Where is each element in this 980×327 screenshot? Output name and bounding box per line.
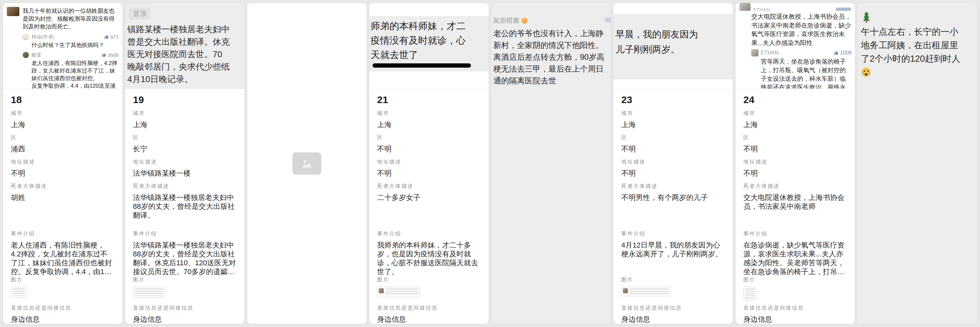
comment-text: 苦等两天，坐在急诊角落的椅子上，打吊瓶、吸氧气（被封控的子女设法送去的，杯水车薪… [761,57,852,89]
record-fields: 19 城市 上海 区 长宁 地址描述 法华镇路某楼一楼 死者大体描述 法华镇路某… [125,89,245,324]
field-label: 直接信息还是间接信息 [11,305,115,311]
comment-text: 我几十年前就认识的一位胡姓朋友也是因为封控、核酸检测等原因没有得到及时救治而死亡… [23,7,118,30]
commenter-name: ETHAN [761,50,831,56]
post-header-cutoff: ETHAN [740,3,852,11]
reply-comment: ETHAN 1008 苦等两天，坐在急诊角落的椅子上，打吊瓶、吸氧气（被封控的子… [751,49,852,89]
field-deceased: 死者大体描述 二十多岁女子 [377,183,481,230]
field-label: 地址描述 [743,159,847,166]
card-cover-image[interactable]: 早晨，我的朋友因为 儿子刚刚两岁。 [613,3,733,89]
field-value: 不明 [377,169,481,178]
field-deceased: 死者大体描述 胡姓 [11,183,115,230]
record-number: 24 [743,94,847,105]
field-label: 死者大体描述 [377,183,481,190]
poster-name: 鼠甜橙酱 [493,16,611,25]
field-address: 地址描述 不明 [743,159,847,183]
card-cover-image[interactable]: 我几十年前就认识的一位胡姓朋友也是因为封控、核酸检测等原因没有得到及时救治而死亡… [3,3,123,89]
field-label: 图片 [743,276,847,283]
record-fields: 21 城市 上海 区 不明 地址描述 不明 死者大体描述 二十多岁女子 事件介绍… [369,89,489,324]
field-label: 图片 [133,276,237,283]
post-text-band: 师弟的本科师妹，才二 疫情没有及时就诊，心 天就去世了 [369,16,489,72]
like-count-value: 3506 [108,52,118,58]
field-image: 图片 [377,276,481,305]
record-fields: 25 城市 上海 区 长宁 地址描述 不明 死者大体描述 50岁的外地务工阿姨 … [858,324,977,324]
field-label: 图片 [11,276,115,283]
field-value: 身边信息 [743,315,847,324]
like-count-value: 1008 [840,50,852,56]
card-cover-image[interactable] [247,3,367,324]
card-cover-image[interactable]: 师弟的本科师妹，才二 疫情没有及时就诊，心 天就去世了 [369,3,489,89]
record-card-23[interactable]: 早晨，我的朋友因为 儿子刚刚两岁。 23 城市 上海 区 不明 地址描述 不明 … [613,3,733,324]
attachment-thumbnail[interactable] [621,287,670,297]
field-event: 事件介绍 我师弟的本科师妹，才二十多岁，也是因为疫情没有及时就诊，心脏不舒服送医… [377,230,481,276]
field-value: 身边信息 [133,315,237,324]
field-label: 事件介绍 [11,230,115,238]
record-card-19[interactable]: 置顶 镇路某楼一楼独居老夫妇中 曾是交大出版社翻译。休克 医无对接医院而去世。7… [125,3,245,324]
field-value: 法华镇路某楼一楼独居老夫妇中88岁的丈夫，曾经是交大出版社翻译。 [133,193,237,220]
field-address: 地址描述 不明 [621,159,725,183]
record-fields: 18 城市 上海 区 浦西 地址描述 不明 死者大体描述 胡姓 事件介绍 老人住… [3,89,123,324]
field-label: 死者大体描述 [743,183,847,190]
record-card-18[interactable]: 我几十年前就认识的一位胡姓朋友也是因为封控、核酸检测等原因没有得到及时救治而死亡… [3,3,123,324]
field-label: 地址描述 [377,159,481,166]
field-district: 区 不明 [377,134,481,159]
record-card-22[interactable]: 鼠甜橙酱 老公的爷爷也没有计入，上海静 新村，全家阴的情况下他阳性。 离酒店后差… [491,3,611,324]
card-cover-image[interactable]: ETHAN 交大电院退休教授，上海书协会员，书法家吴中南老师在急诊病逝，缺少氧气… [735,3,855,89]
field-event: 事件介绍 在急诊病逝，缺少氧气等医疗资源，哀求医生求职未果...夫人亦感染为阳性… [743,230,847,276]
field-value: 不明 [621,144,725,153]
commenter-name: 柿油(作者) [32,34,102,40]
record-card-21[interactable]: 师弟的本科师妹，才二 疫情没有及时就诊，心 天就去世了 21 城市 上海 区 不… [369,3,489,324]
attachment-thumbnail[interactable] [743,287,757,301]
field-value: 不明男性，有个两岁的儿子 [621,193,725,202]
field-label: 城市 [621,110,725,117]
field-deceased: 死者大体描述 交大电院退休教授，上海书协会员，书法家吴中南老师 [743,183,847,230]
field-district: 区 不明 [743,134,847,159]
card-cover-image[interactable]: 午十点左右，长宁的一小 地务工阿姨，在出租屋里 了2个小时的120赶到时人 [858,3,977,324]
field-value: 二十多岁女子 [377,193,481,202]
field-image: 图片 [621,276,725,305]
attachment-thumbnail[interactable] [377,287,420,297]
record-card-20[interactable]: 20 城市 上海 区 不明 地址描述 上海某康复医院 死者大体描述 李昶生于19… [247,3,367,324]
field-value: 不明 [743,144,847,153]
field-label: 区 [743,134,847,141]
field-label: 事件介绍 [743,230,847,238]
field-event: 事件介绍 法华镇路某楼一楼独居老夫妇中88岁的丈夫，曾经是交大出版社翻译。休克后… [133,230,237,276]
field-value: 我师弟的本科师妹，才二十多岁，也是因为疫情没有及时就诊，心脏不舒服送医院隔天就去… [377,241,481,276]
post-text: 交大电院退休教授，上海书协会员，书法家吴中南老师在急诊病逝，缺少氧气等医疗资源，… [751,13,852,47]
like-icon-cutoff [605,18,611,22]
field-direct: 直接信息还是间接信息 身边信息 [377,305,481,324]
record-number: 21 [377,94,481,105]
redaction-bar [372,63,471,68]
post-text: 镇路某楼一楼独居老夫妇中 曾是交大出版社翻译。休克 医无对接医院而去世。70 晚… [127,23,245,85]
field-value: 身边信息 [11,315,115,324]
poster-name-text: 鼠甜橙酱 [493,16,520,25]
field-value: 长宁 [133,144,237,153]
field-district: 区 浦西 [11,134,115,159]
field-label: 死者大体描述 [133,183,237,190]
field-image: 图片 [743,276,847,305]
record-card-24[interactable]: ETHAN 交大电院退休教授，上海书协会员，书法家吴中南老师在急诊病逝，缺少氧气… [735,3,855,324]
field-direct: 直接信息还是间接信息 身边信息 [621,305,725,324]
field-district: 区 长宁 [133,134,237,159]
attachment-thumbnail[interactable] [11,287,27,298]
field-value: 不明 [377,144,481,153]
gallery-board: 我几十年前就认识的一位胡姓朋友也是因为封控、核酸检测等原因没有得到及时救治而死亡… [0,0,980,327]
field-label: 事件介绍 [621,230,725,238]
card-cover-image[interactable]: 置顶 镇路某楼一楼独居老夫妇中 曾是交大出版社翻译。休克 医无对接医院而去世。7… [125,3,245,89]
image-placeholder-icon [293,152,321,175]
field-label: 城市 [133,110,237,117]
record-fields: 24 城市 上海 区 不明 地址描述 不明 死者大体描述 交大电院退休教授，上海… [735,89,855,324]
field-label: 死者大体描述 [621,183,725,190]
avatar [7,7,19,16]
thumbs-up-icon [834,51,838,56]
card-cover-image[interactable]: 鼠甜橙酱 老公的爷爷也没有计入，上海静 新村，全家阴的情况下他阳性。 离酒店后差… [491,3,611,324]
poster-name: ETHAN [753,7,770,11]
field-label: 图片 [377,276,481,283]
record-card-25[interactable]: 午十点左右，长宁的一小 地务工阿姨，在出租屋里 了2个小时的120赶到时人 25… [857,3,977,324]
avatar [740,3,751,11]
field-value: 上海 [743,120,847,129]
field-city: 城市 上海 [621,110,725,134]
field-label: 城市 [377,110,481,117]
field-label: 图片 [621,276,725,283]
field-event: 事件介绍 4月12日早晨，我的朋友因为心梗永远离开了，儿子刚刚两岁。 [621,230,725,276]
attachment-thumbnail[interactable] [133,287,165,298]
